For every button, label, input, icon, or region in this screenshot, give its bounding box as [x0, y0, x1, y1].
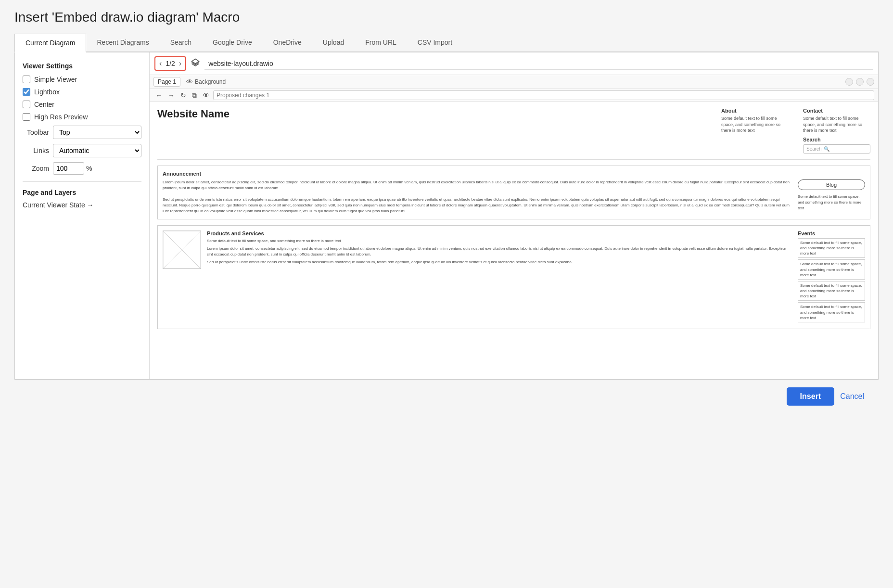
product-text1: Some default text to fill some space, an…	[207, 238, 792, 244]
center-label: Center	[34, 101, 54, 108]
search-box[interactable]: Search 🔍	[803, 144, 870, 153]
links-select[interactable]: Automatic Blank Self	[53, 144, 141, 157]
tab-bar: Current Diagram Recent Diagrams Search G…	[14, 34, 879, 52]
background-tab[interactable]: 👁 Background	[182, 77, 230, 87]
page-indicator: 1/2	[166, 60, 175, 67]
zoom-row: Zoom %	[23, 162, 141, 175]
inner-toolbar: Page 1 👁 Background	[150, 75, 878, 89]
announcement-right: Blog Some default text to fill some spac…	[798, 179, 865, 214]
right-panel: ‹ 1/2 ›	[150, 52, 878, 379]
nav-group: ‹ 1/2 ›	[154, 56, 186, 71]
svg-rect-1	[163, 231, 201, 268]
circle-btn-1[interactable]	[845, 78, 853, 86]
announcement-body: Lorem ipsum dolor sit amet, consectetur …	[163, 179, 790, 214]
tab-from-url[interactable]: From URL	[355, 34, 407, 52]
announcement-content: Lorem ipsum dolor sit amet, consectetur …	[163, 179, 865, 214]
viewer-state-link[interactable]: Current Viewer State →	[23, 201, 141, 209]
simple-viewer-row: Simple Viewer	[23, 76, 141, 83]
nav-about-col: About Some default text to fill some spa…	[721, 108, 789, 153]
left-panel: Viewer Settings Simple Viewer Lightbox C…	[15, 52, 150, 379]
toolbar-select[interactable]: Top Bottom Left Right None	[53, 126, 141, 139]
site-header: Website Name About Some default text to …	[157, 108, 870, 160]
event-item-3: Some default text to fill some space, an…	[798, 281, 865, 301]
next-page-button[interactable]: ›	[177, 58, 183, 69]
zoom-input[interactable]	[53, 162, 84, 175]
divider	[23, 181, 141, 182]
high-res-preview-checkbox[interactable]	[23, 113, 30, 121]
tab-search[interactable]: Search	[160, 34, 202, 52]
announcement-body1: Lorem ipsum dolor sit amet, consectetur …	[163, 180, 790, 190]
side-text: Some default text to fill some space, an…	[798, 194, 865, 211]
lightbox-row: Lightbox	[23, 88, 141, 96]
bottom-bar: Insert Cancel	[14, 380, 879, 413]
dialog-title: Insert 'Embed draw.io diagram' Macro	[14, 10, 879, 25]
eye2-btn[interactable]: 👁	[201, 91, 211, 100]
toolbar-label: Toolbar	[23, 128, 49, 136]
tab-google-drive[interactable]: Google Drive	[202, 34, 263, 52]
search-placeholder: Search	[806, 146, 822, 152]
page-current: 1	[166, 60, 169, 67]
product-text3: Sed ut perspiciatis unde omnis iste natu…	[207, 259, 792, 265]
links-label: Links	[23, 147, 49, 154]
page-layers-title: Page and Layers	[23, 189, 141, 196]
product-placeholder-svg	[163, 231, 201, 268]
site-nav: About Some default text to fill some spa…	[721, 108, 870, 153]
announcement-title: Announcement	[163, 171, 865, 177]
inner-toolbar2: ← → ↻ ⧉ 👁	[150, 89, 878, 102]
toolbar-row: Toolbar Top Bottom Left Right None	[23, 126, 141, 139]
circle-buttons	[845, 78, 874, 86]
page-1-tab[interactable]: Page 1	[153, 77, 180, 87]
simple-viewer-checkbox[interactable]	[23, 76, 30, 83]
proposed-changes-input[interactable]	[213, 90, 874, 100]
layers-button[interactable]	[188, 57, 203, 70]
tab-upload[interactable]: Upload	[312, 34, 355, 52]
blog-button[interactable]: Blog	[798, 179, 865, 190]
prev-page-button[interactable]: ‹	[157, 58, 164, 69]
background-tab-label: Background	[195, 78, 226, 85]
website-mockup: Website Name About Some default text to …	[150, 102, 878, 335]
event-item-4: Some default text to fill some space, an…	[798, 302, 865, 322]
zoom-percent: %	[86, 165, 92, 172]
nav-contact-heading: Contact	[803, 108, 870, 114]
product-text2: Lorem ipsum dolor sit amet, consectetur …	[207, 246, 792, 257]
lightbox-label: Lightbox	[34, 88, 60, 96]
tab-onedrive[interactable]: OneDrive	[263, 34, 312, 52]
products-section: Products and Services Some default text …	[157, 225, 870, 329]
center-checkbox[interactable]	[23, 101, 30, 108]
redo-fwd-btn[interactable]: →	[166, 91, 177, 100]
diagram-name-input[interactable]	[204, 58, 873, 70]
zoom-input-wrap: %	[53, 162, 92, 175]
svg-line-3	[163, 231, 201, 268]
undo-back-btn[interactable]: ←	[153, 91, 164, 100]
diagram-toolbar: ‹ 1/2 ›	[150, 52, 878, 75]
high-res-preview-label: High Res Preview	[34, 113, 88, 121]
circle-btn-3[interactable]	[867, 78, 874, 86]
insert-button[interactable]: Insert	[787, 387, 835, 406]
cancel-button[interactable]: Cancel	[840, 392, 864, 401]
product-title: Products and Services	[207, 230, 792, 236]
high-res-preview-row: High Res Preview	[23, 113, 141, 121]
lightbox-checkbox[interactable]	[23, 88, 30, 96]
nav-about-text: Some default text to fill some space, an…	[721, 115, 789, 134]
tab-csv-import[interactable]: CSV Import	[407, 34, 463, 52]
tab-current-diagram[interactable]: Current Diagram	[14, 34, 86, 52]
announcement-section: Announcement Lorem ipsum dolor sit amet,…	[157, 166, 870, 219]
viewer-settings-title: Viewer Settings	[23, 62, 141, 70]
eye-icon: 👁	[186, 78, 193, 86]
circle-btn-2[interactable]	[856, 78, 864, 86]
center-row: Center	[23, 101, 141, 108]
nav-search-heading: Search	[803, 137, 870, 142]
search-icon: 🔍	[824, 146, 829, 152]
tab-recent-diagrams[interactable]: Recent Diagrams	[86, 34, 159, 52]
redo-btn[interactable]: ↻	[179, 91, 188, 100]
product-image-inner	[163, 231, 201, 268]
svg-line-2	[163, 231, 201, 268]
nav-contact-text: Some default text to fill some space, an…	[803, 115, 870, 134]
announcement-body2: Sed ut perspiciatis unde omnis iste natu…	[163, 197, 790, 213]
events-col: Events Some default text to fill some sp…	[798, 230, 865, 324]
copy-btn[interactable]: ⧉	[190, 91, 199, 100]
simple-viewer-label: Simple Viewer	[34, 76, 77, 83]
event-item-1: Some default text to fill some space, an…	[798, 238, 865, 258]
site-name: Website Name	[157, 108, 230, 120]
links-row: Links Automatic Blank Self	[23, 144, 141, 157]
